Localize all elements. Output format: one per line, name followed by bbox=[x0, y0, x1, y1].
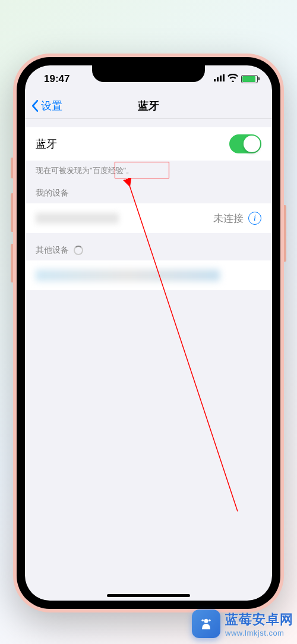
other-device-row[interactable] bbox=[25, 260, 272, 290]
svg-rect-0 bbox=[214, 79, 216, 81]
notch bbox=[92, 65, 205, 82]
mute-switch bbox=[11, 158, 13, 178]
device-status: 未连接 bbox=[213, 212, 244, 225]
svg-point-6 bbox=[208, 619, 211, 621]
device-name-blurred bbox=[36, 213, 119, 224]
home-indicator[interactable] bbox=[107, 594, 190, 597]
other-device-name-blurred bbox=[36, 269, 220, 281]
screen: 19:47 设置 蓝牙 bbox=[25, 65, 272, 601]
bluetooth-label: 蓝牙 bbox=[36, 137, 57, 151]
back-button[interactable]: 设置 bbox=[25, 99, 62, 113]
discoverable-hint: 现在可被发现为"百度经验"。 bbox=[25, 161, 272, 176]
phone-frame: 19:47 设置 蓝牙 bbox=[13, 54, 284, 612]
svg-rect-1 bbox=[217, 77, 219, 81]
status-time: 19:47 bbox=[44, 73, 69, 85]
chevron-left-icon bbox=[31, 99, 39, 112]
wifi-icon bbox=[228, 73, 238, 85]
volume-down-button bbox=[11, 244, 13, 282]
spinner-icon bbox=[74, 246, 83, 255]
info-icon[interactable]: i bbox=[248, 212, 261, 225]
bluetooth-toggle[interactable] bbox=[229, 134, 261, 153]
watermark: 蓝莓安卓网 www.lmkjst.com bbox=[192, 610, 293, 638]
device-row[interactable]: 未连接 i bbox=[25, 203, 272, 233]
back-label: 设置 bbox=[41, 99, 62, 113]
svg-point-5 bbox=[201, 619, 204, 621]
page-title: 蓝牙 bbox=[138, 99, 159, 113]
other-devices-header: 其他设备 bbox=[25, 233, 272, 260]
signal-icon bbox=[214, 73, 225, 85]
watermark-logo-icon bbox=[192, 610, 220, 638]
battery-icon bbox=[241, 75, 258, 83]
watermark-title: 蓝莓安卓网 bbox=[225, 611, 293, 629]
my-devices-header: 我的设备 bbox=[25, 176, 272, 203]
nav-bar: 设置 蓝牙 bbox=[25, 93, 272, 119]
svg-rect-2 bbox=[220, 76, 222, 81]
volume-up-button bbox=[11, 193, 13, 232]
svg-rect-3 bbox=[223, 74, 225, 81]
phone-bezel: 19:47 设置 蓝牙 bbox=[17, 57, 280, 609]
bluetooth-toggle-row: 蓝牙 bbox=[25, 127, 272, 161]
watermark-url: www.lmkjst.com bbox=[225, 629, 293, 637]
power-button bbox=[284, 205, 286, 262]
